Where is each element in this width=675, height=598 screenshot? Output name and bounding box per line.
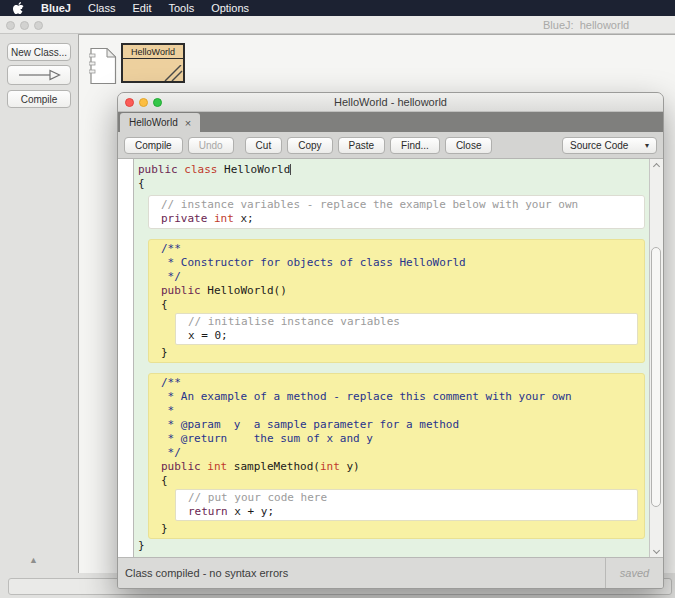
code-line: return x + y; <box>176 505 637 519</box>
code-line: public class HelloWorld <box>134 163 649 177</box>
view-selector-dropdown[interactable]: Source Code ▾ <box>562 137 657 154</box>
code-line: */ <box>149 270 644 284</box>
code-line: * <box>149 404 644 418</box>
editor-window: HelloWorld - helloworld HelloWorld × Com… <box>117 92 664 589</box>
main-left-toolbar: New Class... Compile <box>0 34 78 598</box>
uses-arrow-icon <box>16 69 62 81</box>
editor-toolbar: CompileUndoCutCopyPasteFind...Close Sour… <box>118 132 663 159</box>
editor-status-bar: Class compiled - no syntax errors saved <box>118 557 663 588</box>
scrollbar-thumb[interactable] <box>651 247 661 507</box>
code-line: // put your code here <box>176 491 637 505</box>
editor-tab-bar: HelloWorld × <box>118 112 663 132</box>
main-zoom-button[interactable] <box>34 21 43 30</box>
find-button[interactable]: Find... <box>390 137 440 154</box>
menu-item-bluej[interactable]: BlueJ <box>41 0 71 16</box>
menu-item-tools[interactable]: Tools <box>168 0 194 16</box>
main-window-title: BlueJ: helloworld <box>543 19 629 31</box>
statement-scope-box: // put your code herereturn x + y; <box>175 489 638 521</box>
tab-helloworld[interactable]: HelloWorld × <box>120 113 200 132</box>
class-box-name: HelloWorld <box>123 45 183 59</box>
code-line: { <box>149 298 644 312</box>
code-line: * @return the sum of x and y <box>149 432 644 446</box>
class-corner-stripes-icon <box>161 65 183 81</box>
copy-button[interactable]: Copy <box>287 137 332 154</box>
bench-expander-triangle[interactable]: ▲ <box>29 555 38 565</box>
code-line: { <box>149 474 644 488</box>
menu-item-class[interactable]: Class <box>88 0 116 16</box>
class-box-helloworld[interactable]: HelloWorld <box>121 43 185 83</box>
method-scope-box: /** * An example of a method - replace t… <box>148 373 645 539</box>
code-line: /** <box>149 242 644 256</box>
text-caret <box>290 164 291 175</box>
scroll-up-icon[interactable] <box>653 163 660 170</box>
main-window-titlebar[interactable]: BlueJ: helloworld <box>0 16 675 34</box>
cut-button[interactable]: Cut <box>245 137 283 154</box>
code-line: /** <box>149 376 644 390</box>
code-line: * Constructor for objects of class Hello… <box>149 256 644 270</box>
statement-scope-box: // initialise instance variablesx = 0; <box>175 313 638 345</box>
code-line: } <box>149 522 644 536</box>
status-message: Class compiled - no syntax errors <box>118 567 605 579</box>
view-selector-value: Source Code <box>570 140 628 151</box>
tab-label: HelloWorld <box>129 117 178 128</box>
close-button[interactable]: Close <box>445 137 493 154</box>
code-line: private int x; <box>149 212 644 226</box>
readme-note-icon[interactable] <box>89 47 117 89</box>
paste-button[interactable]: Paste <box>338 137 386 154</box>
breakpoint-margin[interactable] <box>118 159 134 557</box>
method-scope-box: /** * Constructor for objects of class H… <box>148 239 645 363</box>
code-line: // initialise instance variables <box>176 315 637 329</box>
code-line: * @param y a sample parameter for a meth… <box>149 418 644 432</box>
uses-arrow-button[interactable] <box>7 65 71 85</box>
apple-icon[interactable] <box>13 2 24 15</box>
menu-bar: BlueJClassEditToolsOptions <box>0 0 675 16</box>
menu-bar-items: BlueJClassEditToolsOptions <box>41 0 249 16</box>
undo-button[interactable]: Undo <box>188 137 234 154</box>
vertical-scrollbar[interactable] <box>649 159 663 557</box>
code-line: public HelloWorld() <box>149 284 644 298</box>
new-class-button[interactable]: New Class... <box>7 43 71 61</box>
menu-item-options[interactable]: Options <box>211 0 249 16</box>
code-line: // instance variables - replace the exam… <box>149 198 644 212</box>
editor-titlebar[interactable]: HelloWorld - helloworld <box>118 93 663 112</box>
compile-project-button[interactable]: Compile <box>7 90 71 108</box>
code-line: */ <box>149 446 644 460</box>
menu-item-edit[interactable]: Edit <box>132 0 151 16</box>
code-line: x = 0; <box>176 329 637 343</box>
screen: BlueJClassEditToolsOptions BlueJ: hellow… <box>0 0 675 598</box>
code-line: public int sampleMethod(int y) <box>149 460 644 474</box>
save-state-label: saved <box>605 558 663 588</box>
main-minimize-button[interactable] <box>20 21 29 30</box>
code-area: public class HelloWorld{// instance vari… <box>118 159 663 557</box>
code-line: } <box>134 539 649 553</box>
code-line: } <box>149 346 644 360</box>
statement-scope-box: // instance variables - replace the exam… <box>148 195 645 229</box>
code-line: { <box>134 177 649 191</box>
main-close-button[interactable] <box>6 21 15 30</box>
compile-button[interactable]: Compile <box>124 137 183 154</box>
editor-window-title: HelloWorld - helloworld <box>118 96 663 108</box>
tab-close-icon[interactable]: × <box>185 117 191 129</box>
scroll-down-icon[interactable] <box>653 547 660 554</box>
code-line: * An example of a method - replace this … <box>149 390 644 404</box>
chevron-down-icon: ▾ <box>645 141 649 150</box>
code-content[interactable]: public class HelloWorld{// instance vari… <box>134 159 649 557</box>
